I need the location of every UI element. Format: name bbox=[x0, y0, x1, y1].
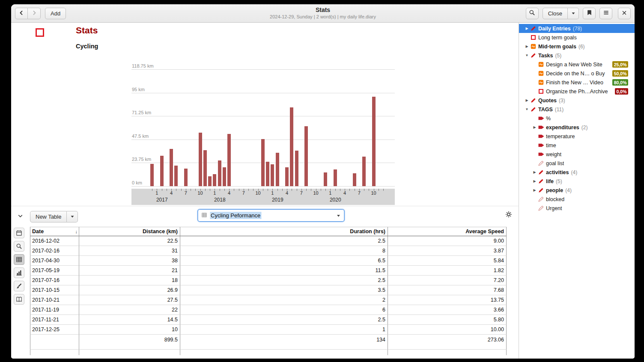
tree-item-organize-the-ph-archive[interactable]: Organize the Ph…Archive0,0% bbox=[519, 87, 635, 96]
x-month-label: 1 bbox=[210, 190, 219, 196]
tree-item-temperature[interactable]: temperature bbox=[519, 132, 635, 141]
chart-tool-button[interactable] bbox=[14, 267, 24, 278]
menu-button[interactable] bbox=[599, 8, 612, 19]
chart-bar bbox=[372, 97, 376, 186]
table-row[interactable]: 2017-10-1526.93.57.68 bbox=[30, 285, 507, 295]
new-table-group: New Table bbox=[30, 211, 78, 223]
add-button[interactable]: Add bbox=[45, 8, 66, 19]
table-cell: 2.5 bbox=[180, 276, 388, 285]
calendar-tool-button[interactable] bbox=[14, 228, 24, 238]
tree-item-design-a-new-web-site[interactable]: Design a New Web Site25,0% bbox=[519, 60, 635, 69]
pencil-icon bbox=[531, 98, 538, 103]
main-area: Stats Cycling 0 km23.75 km47.5 km71.25 k… bbox=[11, 23, 519, 359]
tree-item-label: life bbox=[546, 178, 554, 184]
table-cell: 2017-04-30 bbox=[30, 256, 79, 266]
pencil-light-icon bbox=[538, 196, 546, 202]
tree-item-count: (4) bbox=[571, 169, 578, 175]
tree-item-people[interactable]: ▶people(4) bbox=[519, 186, 635, 195]
table-settings-button[interactable] bbox=[502, 209, 515, 221]
bookmark-button[interactable] bbox=[583, 8, 596, 19]
table-row[interactable]: 2017-10-2127.5213.75 bbox=[30, 295, 507, 305]
table-row[interactable]: 2017-11-2114.52.55.80 bbox=[30, 315, 507, 325]
table-toolbar: New Table Cycling Peformance bbox=[11, 206, 519, 224]
tree-item-life[interactable]: ▶life(5) bbox=[519, 177, 635, 186]
column-header-duration-hrs[interactable]: Duration (hrs) bbox=[180, 227, 388, 236]
chart-bar bbox=[362, 157, 366, 186]
tree-item-label: Tasks bbox=[538, 53, 553, 59]
tree-item-decide-on-the-n-o-buy[interactable]: Decide on the N… o Buy50,0% bbox=[519, 69, 635, 78]
column-header-date[interactable]: Date↓ bbox=[30, 227, 79, 236]
table-cell: 38 bbox=[79, 256, 180, 266]
paint-tool-button[interactable] bbox=[14, 281, 24, 291]
x-month-label: 4 bbox=[283, 190, 291, 196]
tree-item-count: (78) bbox=[573, 26, 582, 32]
filler-cell bbox=[388, 350, 507, 355]
table-cell: 18 bbox=[79, 276, 180, 285]
window-close-button[interactable] bbox=[618, 8, 631, 19]
expand-arrow-icon[interactable]: ▶ bbox=[531, 186, 538, 195]
x-axis-tick bbox=[383, 189, 384, 191]
collapse-arrow-icon[interactable]: ▼ bbox=[523, 105, 531, 114]
y-axis-label: 95 km bbox=[132, 86, 145, 92]
collapse-panel-button[interactable] bbox=[14, 211, 27, 223]
tree-item-goal-list[interactable]: goal list bbox=[519, 159, 635, 168]
collapse-arrow-icon[interactable]: ▼ bbox=[523, 51, 531, 60]
book-tool-button[interactable] bbox=[14, 294, 24, 305]
tree-item-finish-the-new-video[interactable]: Finish the New … Video80,0% bbox=[519, 78, 635, 87]
table-row[interactable]: 2017-04-30386.55.84 bbox=[30, 256, 507, 266]
column-header-average-speed[interactable]: Average Speed bbox=[388, 227, 507, 236]
tree-item-expenditures[interactable]: ▶expenditures(2) bbox=[519, 123, 635, 132]
tag-icon bbox=[538, 134, 546, 139]
chart-bar bbox=[266, 162, 269, 186]
table-row[interactable]: 2017-02-163183.87 bbox=[30, 246, 507, 256]
chart-bar bbox=[353, 173, 356, 186]
square-icon bbox=[538, 89, 546, 94]
expand-arrow-icon[interactable]: ▶ bbox=[523, 24, 531, 33]
x-axis-tick bbox=[277, 189, 278, 191]
table-row[interactable]: 2017-07-16182.57.20 bbox=[30, 276, 507, 285]
back-button[interactable] bbox=[15, 8, 28, 19]
tree-item-weight[interactable]: weight bbox=[519, 150, 635, 159]
tree-item-daily-entries[interactable]: ▶Daily Entries(78) bbox=[519, 24, 635, 33]
tree-item-mid-term-goals[interactable]: ▶Mid-term goals(6) bbox=[519, 42, 635, 51]
tree-item-time[interactable]: time bbox=[519, 141, 635, 150]
chart-gridline bbox=[131, 69, 395, 70]
sidebar-tree: ▶Daily Entries(78)Long term goals▶Mid-te… bbox=[519, 24, 635, 213]
tree-item-tags[interactable]: ▼TAGS(11) bbox=[519, 105, 635, 114]
column-header-distance-km[interactable]: Distance (km) bbox=[79, 227, 180, 236]
table-tool-button[interactable] bbox=[14, 254, 24, 265]
tree-item-blocked[interactable]: blocked bbox=[519, 195, 635, 204]
tree-item-activities[interactable]: ▶activities(4) bbox=[519, 168, 635, 177]
table-row[interactable]: 2016-12-0222.52.59.00 bbox=[30, 236, 507, 246]
book-icon bbox=[16, 296, 22, 303]
table-selector-combo[interactable]: Cycling Peformance bbox=[197, 209, 344, 222]
close-entry-button[interactable]: Close bbox=[543, 8, 568, 19]
table-row[interactable]: 2017-05-192111.51.82 bbox=[30, 266, 507, 276]
tree-item-long-term-goals[interactable]: Long term goals bbox=[519, 33, 635, 42]
table-row[interactable]: 2017-12-2510110.00 bbox=[30, 325, 507, 335]
new-table-button[interactable]: New Table bbox=[30, 211, 67, 223]
tree-item-label: Finish the New … Video bbox=[546, 80, 603, 86]
new-table-dropdown-button[interactable] bbox=[67, 211, 78, 223]
expand-arrow-icon[interactable]: ▶ bbox=[523, 96, 531, 105]
close-dropdown-button[interactable] bbox=[568, 8, 579, 19]
chevron-down-icon bbox=[571, 10, 575, 17]
search-button[interactable] bbox=[526, 8, 539, 19]
table-cell: 8 bbox=[180, 246, 388, 256]
x-month-label: 1 bbox=[268, 190, 277, 196]
expand-arrow-icon[interactable]: ▶ bbox=[523, 42, 531, 51]
tree-item-quotes[interactable]: ▶Quotes(3) bbox=[519, 96, 635, 105]
entry-title: Stats bbox=[76, 25, 98, 36]
tree-item-item[interactable]: % bbox=[519, 114, 635, 123]
expand-arrow-icon[interactable]: ▶ bbox=[531, 123, 538, 132]
forward-button[interactable] bbox=[28, 8, 41, 19]
table-row[interactable]: 2017-11-192263.66 bbox=[30, 305, 507, 315]
chart-bar bbox=[304, 126, 308, 186]
expand-arrow-icon[interactable]: ▶ bbox=[531, 168, 538, 177]
tree-item-tasks[interactable]: ▼Tasks(5) bbox=[519, 51, 635, 60]
expand-arrow-icon[interactable]: ▶ bbox=[531, 177, 538, 186]
x-axis-tick bbox=[364, 189, 364, 191]
tree-item-urgent[interactable]: Urgent bbox=[519, 204, 635, 213]
search-tool-button[interactable] bbox=[14, 241, 24, 252]
bookmark-icon bbox=[586, 9, 593, 17]
